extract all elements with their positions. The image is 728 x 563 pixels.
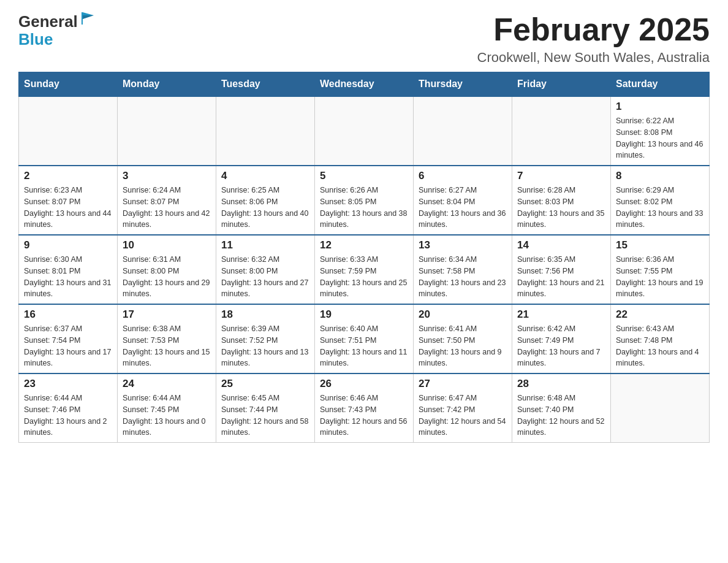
day-info: Sunrise: 6:28 AM Sunset: 8:03 PM Dayligh… xyxy=(517,185,605,231)
day-info: Sunrise: 6:35 AM Sunset: 7:56 PM Dayligh… xyxy=(517,254,605,300)
calendar-cell xyxy=(118,96,216,166)
day-info: Sunrise: 6:42 AM Sunset: 7:49 PM Dayligh… xyxy=(517,323,605,369)
day-info: Sunrise: 6:37 AM Sunset: 7:54 PM Dayligh… xyxy=(24,323,112,369)
day-number: 11 xyxy=(221,239,309,251)
day-number: 19 xyxy=(320,308,408,321)
calendar-cell xyxy=(414,96,512,166)
day-number: 1 xyxy=(616,101,704,113)
calendar-cell: 12Sunrise: 6:33 AM Sunset: 7:59 PM Dayli… xyxy=(315,235,414,304)
day-number: 9 xyxy=(24,239,112,251)
day-number: 18 xyxy=(221,308,309,321)
col-thursday: Thursday xyxy=(414,72,512,97)
day-number: 8 xyxy=(616,170,704,182)
calendar-cell: 4Sunrise: 6:25 AM Sunset: 8:06 PM Daylig… xyxy=(216,166,315,235)
day-number: 2 xyxy=(24,170,112,182)
day-info: Sunrise: 6:29 AM Sunset: 8:02 PM Dayligh… xyxy=(616,185,704,231)
calendar-cell: 28Sunrise: 6:48 AM Sunset: 7:40 PM Dayli… xyxy=(512,373,611,443)
day-info: Sunrise: 6:31 AM Sunset: 8:00 PM Dayligh… xyxy=(123,254,211,300)
calendar-cell xyxy=(216,96,315,166)
calendar-cell: 15Sunrise: 6:36 AM Sunset: 7:55 PM Dayli… xyxy=(611,235,710,304)
day-number: 6 xyxy=(419,170,507,182)
day-number: 17 xyxy=(123,308,211,321)
day-number: 23 xyxy=(24,378,112,390)
day-number: 7 xyxy=(517,170,605,182)
col-wednesday: Wednesday xyxy=(315,72,414,97)
calendar-cell: 13Sunrise: 6:34 AM Sunset: 7:58 PM Dayli… xyxy=(414,235,512,304)
calendar-cell: 2Sunrise: 6:23 AM Sunset: 8:07 PM Daylig… xyxy=(19,166,118,235)
calendar-cell: 5Sunrise: 6:26 AM Sunset: 8:05 PM Daylig… xyxy=(315,166,414,235)
day-info: Sunrise: 6:24 AM Sunset: 8:07 PM Dayligh… xyxy=(123,185,211,231)
day-info: Sunrise: 6:43 AM Sunset: 7:48 PM Dayligh… xyxy=(616,323,704,369)
week-row-5: 23Sunrise: 6:44 AM Sunset: 7:46 PM Dayli… xyxy=(19,373,710,443)
location-title: Crookwell, New South Wales, Australia xyxy=(477,50,710,66)
day-info: Sunrise: 6:40 AM Sunset: 7:51 PM Dayligh… xyxy=(320,323,408,369)
calendar-cell: 21Sunrise: 6:42 AM Sunset: 7:49 PM Dayli… xyxy=(512,304,611,373)
day-number: 24 xyxy=(123,378,211,390)
calendar-table: Sunday Monday Tuesday Wednesday Thursday… xyxy=(18,72,710,443)
day-number: 4 xyxy=(221,170,309,182)
calendar-cell xyxy=(512,96,611,166)
col-sunday: Sunday xyxy=(19,72,118,97)
calendar-cell: 8Sunrise: 6:29 AM Sunset: 8:02 PM Daylig… xyxy=(611,166,710,235)
calendar-cell: 19Sunrise: 6:40 AM Sunset: 7:51 PM Dayli… xyxy=(315,304,414,373)
day-number: 22 xyxy=(616,308,704,321)
day-info: Sunrise: 6:22 AM Sunset: 8:08 PM Dayligh… xyxy=(616,115,704,161)
day-info: Sunrise: 6:39 AM Sunset: 7:52 PM Dayligh… xyxy=(221,323,309,369)
day-info: Sunrise: 6:23 AM Sunset: 8:07 PM Dayligh… xyxy=(24,185,112,231)
calendar-cell: 24Sunrise: 6:44 AM Sunset: 7:45 PM Dayli… xyxy=(118,373,216,443)
title-block: February 2025 Crookwell, New South Wales… xyxy=(477,12,710,66)
day-info: Sunrise: 6:44 AM Sunset: 7:46 PM Dayligh… xyxy=(24,393,112,439)
calendar-cell: 7Sunrise: 6:28 AM Sunset: 8:03 PM Daylig… xyxy=(512,166,611,235)
logo-blue-text: Blue xyxy=(18,30,53,48)
day-number: 12 xyxy=(320,239,408,251)
col-monday: Monday xyxy=(118,72,216,97)
calendar-cell: 25Sunrise: 6:45 AM Sunset: 7:44 PM Dayli… xyxy=(216,373,315,443)
day-info: Sunrise: 6:27 AM Sunset: 8:04 PM Dayligh… xyxy=(419,185,507,231)
day-info: Sunrise: 6:48 AM Sunset: 7:40 PM Dayligh… xyxy=(517,393,605,439)
day-info: Sunrise: 6:36 AM Sunset: 7:55 PM Dayligh… xyxy=(616,254,704,300)
week-row-4: 16Sunrise: 6:37 AM Sunset: 7:54 PM Dayli… xyxy=(19,304,710,373)
calendar-cell: 26Sunrise: 6:46 AM Sunset: 7:43 PM Dayli… xyxy=(315,373,414,443)
day-number: 16 xyxy=(24,308,112,321)
day-info: Sunrise: 6:30 AM Sunset: 8:01 PM Dayligh… xyxy=(24,254,112,300)
logo: General Blue xyxy=(18,12,96,48)
day-info: Sunrise: 6:34 AM Sunset: 7:58 PM Dayligh… xyxy=(419,254,507,300)
svg-marker-1 xyxy=(83,15,94,19)
calendar-cell: 23Sunrise: 6:44 AM Sunset: 7:46 PM Dayli… xyxy=(19,373,118,443)
week-row-2: 2Sunrise: 6:23 AM Sunset: 8:07 PM Daylig… xyxy=(19,166,710,235)
page-header: General Blue February 2025 Crookwell, Ne… xyxy=(18,12,710,66)
calendar-cell: 14Sunrise: 6:35 AM Sunset: 7:56 PM Dayli… xyxy=(512,235,611,304)
col-saturday: Saturday xyxy=(611,72,710,97)
week-row-3: 9Sunrise: 6:30 AM Sunset: 8:01 PM Daylig… xyxy=(19,235,710,304)
day-number: 21 xyxy=(517,308,605,321)
calendar-cell xyxy=(315,96,414,166)
day-number: 26 xyxy=(320,378,408,390)
day-number: 13 xyxy=(419,239,507,251)
logo-flag-icon xyxy=(79,10,96,27)
day-number: 27 xyxy=(419,378,507,390)
calendar-header-row: Sunday Monday Tuesday Wednesday Thursday… xyxy=(19,72,710,97)
day-info: Sunrise: 6:26 AM Sunset: 8:05 PM Dayligh… xyxy=(320,185,408,231)
calendar-cell: 3Sunrise: 6:24 AM Sunset: 8:07 PM Daylig… xyxy=(118,166,216,235)
calendar-cell xyxy=(19,96,118,166)
day-number: 15 xyxy=(616,239,704,251)
calendar-cell xyxy=(611,373,710,443)
calendar-cell: 16Sunrise: 6:37 AM Sunset: 7:54 PM Dayli… xyxy=(19,304,118,373)
day-info: Sunrise: 6:32 AM Sunset: 8:00 PM Dayligh… xyxy=(221,254,309,300)
calendar-cell: 10Sunrise: 6:31 AM Sunset: 8:00 PM Dayli… xyxy=(118,235,216,304)
col-tuesday: Tuesday xyxy=(216,72,315,97)
day-info: Sunrise: 6:25 AM Sunset: 8:06 PM Dayligh… xyxy=(221,185,309,231)
day-number: 28 xyxy=(517,378,605,390)
day-info: Sunrise: 6:45 AM Sunset: 7:44 PM Dayligh… xyxy=(221,393,309,439)
day-info: Sunrise: 6:33 AM Sunset: 7:59 PM Dayligh… xyxy=(320,254,408,300)
month-title: February 2025 xyxy=(477,12,710,47)
calendar-cell: 6Sunrise: 6:27 AM Sunset: 8:04 PM Daylig… xyxy=(414,166,512,235)
day-info: Sunrise: 6:46 AM Sunset: 7:43 PM Dayligh… xyxy=(320,393,408,439)
day-number: 3 xyxy=(123,170,211,182)
calendar-cell: 18Sunrise: 6:39 AM Sunset: 7:52 PM Dayli… xyxy=(216,304,315,373)
day-info: Sunrise: 6:38 AM Sunset: 7:53 PM Dayligh… xyxy=(123,323,211,369)
calendar-cell: 11Sunrise: 6:32 AM Sunset: 8:00 PM Dayli… xyxy=(216,235,315,304)
calendar-cell: 27Sunrise: 6:47 AM Sunset: 7:42 PM Dayli… xyxy=(414,373,512,443)
logo-general-text: General xyxy=(18,12,78,31)
day-number: 14 xyxy=(517,239,605,251)
